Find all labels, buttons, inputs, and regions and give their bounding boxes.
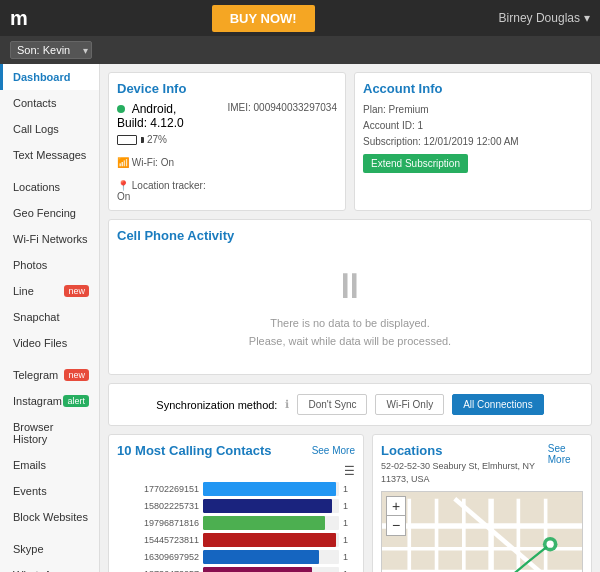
no-data-text-line1: There is no data to be displayed. (133, 315, 567, 333)
no-data-text-line2: Please, wait while data will be processe… (133, 333, 567, 351)
map-controls: + − (386, 496, 406, 536)
sidebar-label-telegram: Telegram (13, 369, 58, 381)
plan-label: Plan: (363, 104, 386, 115)
sidebar-item-emails[interactable]: Emails (0, 452, 99, 478)
bar-row: 187364720571 (117, 567, 355, 572)
sidebar-label-call-logs: Call Logs (13, 123, 59, 135)
sidebar-item-wifi-networks[interactable]: Wi-Fi Networks (0, 226, 99, 252)
buy-now-button[interactable]: BUY NOW! (212, 5, 315, 32)
sidebar-item-telegram[interactable]: Telegram new (0, 362, 99, 388)
calling-see-more-link[interactable]: See More (312, 445, 355, 456)
plan-value: Premium (389, 104, 429, 115)
device-info-details: Android, Build: 4.12.0 27% 📶 Wi-Fi: On 📍… (117, 102, 337, 202)
battery-cap-icon (141, 137, 144, 143)
bar-track (203, 499, 339, 513)
sidebar-item-whatsapp[interactable]: WhatsApp (0, 562, 99, 572)
bar-track (203, 482, 339, 496)
sidebar-label-emails: Emails (13, 459, 46, 471)
chart-menu-icon[interactable]: ☰ (117, 464, 355, 478)
sidebar-item-geo-fencing[interactable]: Geo Fencing (0, 200, 99, 226)
locations-see-more-link[interactable]: See More (548, 443, 583, 465)
device-info-right: IMEI: 000940033297034 (227, 102, 337, 113)
bar-chart: 1770226915111580222573111979687181611544… (117, 482, 355, 572)
device-info-title: Device Info (117, 81, 337, 96)
sidebar-item-instagram[interactable]: Instagram alert (0, 388, 99, 414)
imei-value: 000940033297034 (254, 102, 337, 113)
sidebar: Dashboard Contacts Call Logs Text Messag… (0, 64, 100, 572)
sidebar-badge-line: new (64, 285, 89, 297)
device-info-icons-row: 27% 📶 Wi-Fi: On 📍 Location tracker: On (117, 134, 207, 202)
top-info-row: Device Info Android, Build: 4.12.0 27% (108, 72, 592, 211)
sidebar-label-text-messages: Text Messages (13, 149, 86, 161)
wifi-status: 📶 Wi-Fi: On (117, 157, 174, 168)
sidebar-badge-instagram: alert (63, 395, 89, 407)
sidebar-item-contacts[interactable]: Contacts (0, 90, 99, 116)
sidebar-label-video-files: Video Files (13, 337, 67, 349)
sidebar-label-wifi-networks: Wi-Fi Networks (13, 233, 88, 245)
subscription-value: 12/01/2019 12:00 AM (424, 136, 519, 147)
sidebar-item-video-files[interactable]: Video Files (0, 330, 99, 356)
sync-info-icon[interactable]: ℹ (285, 398, 289, 411)
bar-row: 154457238111 (117, 533, 355, 547)
calling-card-header: 10 Most Calling Contacts See More (117, 443, 355, 458)
sidebar-label-snapchat: Snapchat (13, 311, 59, 323)
bar-value: 1 (343, 552, 355, 562)
sidebar-label-line: Line (13, 285, 34, 297)
bar-value: 1 (343, 501, 355, 511)
header: m BUY NOW! Birney Douglas ▾ (0, 0, 600, 36)
user-menu[interactable]: Birney Douglas ▾ (499, 11, 590, 25)
sidebar-item-skype[interactable]: Skype (0, 536, 99, 562)
map-container[interactable]: + − (381, 491, 583, 572)
user-name: Birney Douglas (499, 11, 580, 25)
bar-row: 163096979521 (117, 550, 355, 564)
sidebar-label-browser-history: Browser History (13, 421, 89, 445)
bar-row: 177022691511 (117, 482, 355, 496)
bar-fill (203, 533, 336, 547)
battery-percentage: 27% (147, 134, 167, 145)
sidebar-item-snapchat[interactable]: Snapchat (0, 304, 99, 330)
sidebar-item-browser-history[interactable]: Browser History (0, 414, 99, 452)
sidebar-label-instagram: Instagram (13, 395, 62, 407)
device-info-card: Device Info Android, Build: 4.12.0 27% (108, 72, 346, 211)
sidebar-item-call-logs[interactable]: Call Logs (0, 116, 99, 142)
account-info-card: Account Info Plan: Premium Account ID: 1… (354, 72, 592, 211)
sidebar-badge-telegram: new (64, 369, 89, 381)
sync-all-connections-button[interactable]: All Connections (452, 394, 543, 415)
son-selector[interactable]: Son: Kevin (10, 41, 92, 59)
account-id-label: Account ID: (363, 120, 415, 131)
sub-header: Son: Kevin ▾ (0, 36, 600, 64)
device-os: Android, Build: 4.12.0 (117, 102, 184, 130)
bar-row: 158022257311 (117, 499, 355, 513)
bar-fill (203, 499, 332, 513)
sidebar-label-contacts: Contacts (13, 97, 56, 109)
sidebar-item-events[interactable]: Events (0, 478, 99, 504)
sidebar-item-dashboard[interactable]: Dashboard (0, 64, 99, 90)
subscription-label: Subscription: (363, 136, 421, 147)
sidebar-item-text-messages[interactable]: Text Messages (0, 142, 99, 168)
android-status-dot (117, 105, 125, 113)
sidebar-label-geo-fencing: Geo Fencing (13, 207, 76, 219)
map-address: 52-02-52-30 Seabury St, Elmhurst, NY 113… (381, 460, 548, 485)
sidebar-item-photos[interactable]: Photos (0, 252, 99, 278)
calling-contacts-title: 10 Most Calling Contacts (117, 443, 272, 458)
sidebar-label-locations: Locations (13, 181, 60, 193)
sidebar-label-skype: Skype (13, 543, 44, 555)
bar-fill (203, 550, 319, 564)
sidebar-item-block-websites[interactable]: Block Websites (0, 504, 99, 530)
locations-card: Locations 52-02-52-30 Seabury St, Elmhur… (372, 434, 592, 572)
extend-subscription-button[interactable]: Extend Subscription (363, 154, 468, 173)
main-layout: Dashboard Contacts Call Logs Text Messag… (0, 64, 600, 572)
sidebar-label-block-websites: Block Websites (13, 511, 88, 523)
bar-track (203, 550, 339, 564)
sidebar-item-line[interactable]: Line new (0, 278, 99, 304)
map-card-header: Locations 52-02-52-30 Seabury St, Elmhur… (381, 443, 583, 485)
sidebar-item-locations[interactable]: Locations (0, 174, 99, 200)
sync-wifi-only-button[interactable]: Wi-Fi Only (375, 394, 444, 415)
bar-value: 1 (343, 518, 355, 528)
sync-dont-sync-button[interactable]: Don't Sync (297, 394, 367, 415)
map-zoom-out-button[interactable]: − (386, 516, 406, 536)
bar-track (203, 533, 339, 547)
device-info-left: Android, Build: 4.12.0 27% 📶 Wi-Fi: On 📍… (117, 102, 207, 202)
bar-label: 17702269151 (117, 484, 199, 494)
map-zoom-in-button[interactable]: + (386, 496, 406, 516)
